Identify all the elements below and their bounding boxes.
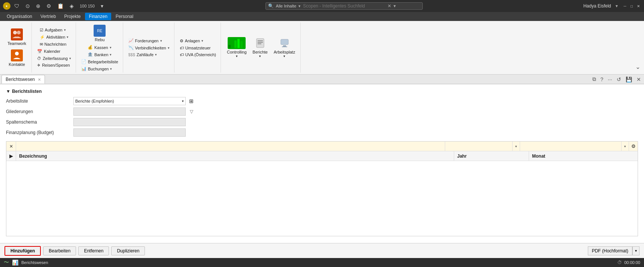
nachrichten-button[interactable]: ✉ Nachrichten (38, 41, 70, 48)
filter-clear-button[interactable]: ✕ (6, 142, 16, 151)
nachrichten-icon: ✉ (40, 42, 43, 47)
maximize-button[interactable]: □ (629, 3, 634, 9)
filter-cell-jahr: ▾ (445, 142, 520, 151)
bearbeiten-button[interactable]: Bearbeiten (43, 246, 76, 255)
zahllauefe-button[interactable]: $$$ Zahlläufe ▾ (127, 52, 171, 58)
umsatzsteuer-button[interactable]: 🏷 Umsatzsteuer (178, 45, 218, 51)
arbeitsliste-settings-icon[interactable]: ⊞ (189, 98, 194, 104)
beleg-rows: 📄 Belegarbeitsliste 📊 Buchungen ▾ (80, 58, 120, 72)
kassen-icon: 💰 (88, 45, 93, 50)
zeiterfassung-button[interactable]: ⏱ Zeiterfassung ▾ (36, 55, 73, 61)
search-clear-icon[interactable]: ✕ (388, 3, 391, 9)
umsatzsteuer-icon: 🏷 (180, 46, 184, 50)
filter-monat-dropdown[interactable]: ▾ (621, 142, 629, 151)
header-jahr[interactable]: Jahr (454, 151, 529, 161)
buchungen-button[interactable]: 📊 Buchungen ▾ (80, 66, 120, 72)
tab-bar: Berichtswesen ✕ ⧉ ? ··· ↺ 💾 ✕ (0, 75, 644, 84)
menu-item-projekte[interactable]: Projekte (60, 13, 84, 20)
close-button[interactable]: ✕ (636, 3, 641, 9)
aktivitaeten-icon: ⚡ (40, 35, 45, 40)
berichtslisten-header[interactable]: ▼ Berichtslisten (6, 89, 638, 94)
anlagen-rows: ⚙ Anlagen ▾ 🏷 Umsatzsteuer 🏷 UVA (Österr… (178, 38, 218, 58)
zahllauefe-icon: $$$ (128, 52, 135, 57)
menu-item-vertrieb[interactable]: Vertrieb (37, 13, 60, 20)
reisen-button[interactable]: ✈ Reisen/Spesen (36, 62, 73, 69)
titlebar-icon-clock[interactable]: ⊕ (34, 2, 42, 10)
banken-button[interactable]: 🏦 Banken ▾ (86, 51, 113, 58)
menu-item-personal[interactable]: Personal (112, 13, 137, 20)
arbeitsplatz-button[interactable]: Arbeitsplatz ▾ (271, 36, 297, 60)
filter-icon[interactable]: ▾ (298, 4, 301, 9)
gliederungen-input[interactable] (73, 107, 186, 116)
berichtslisten-form: Arbeitsliste Berichte (Empfohlen) ▾ ⊞ Gl… (6, 97, 638, 137)
kontakte-button[interactable]: Kontakte (6, 48, 27, 68)
toolbar-expand-button[interactable]: ⌄ (634, 63, 642, 71)
aufgaben-button[interactable]: ☑ Aufgaben ▾ (38, 27, 70, 33)
row-expand-icon: ▶ (9, 154, 13, 159)
berichte-icon (254, 37, 266, 49)
titlebar-icon-circle[interactable]: ⊙ (24, 2, 31, 10)
arbeitsliste-value: Berichte (Empfohlen) (75, 99, 114, 103)
svg-rect-16 (282, 46, 287, 47)
status-clock-icon: ⏱ (617, 260, 622, 265)
search-scope[interactable]: Alle Inhalte (276, 4, 296, 8)
arbeitsliste-dropdown[interactable]: Berichte (Empfohlen) ▾ (73, 97, 186, 105)
filter-cell-bezeichnung[interactable] (16, 142, 445, 151)
filter-row: ✕ ▾ ▾ ⚙ (6, 142, 638, 151)
berichte-button[interactable]: Berichte ▾ (250, 36, 270, 60)
tab-close-button[interactable]: ✕ (635, 76, 643, 83)
kassen-button[interactable]: 💰 Kassen ▾ (86, 44, 113, 51)
titlebar-icon-star[interactable]: ◈ (68, 2, 75, 10)
header-bezeichnung[interactable]: Bezeichnung (16, 151, 454, 161)
buchungen-arrow: ▾ (110, 67, 112, 71)
user-arrow[interactable]: ▾ (616, 3, 618, 9)
verbindlichkeiten-button[interactable]: 📉 Verbindlichkeiten ▾ (127, 45, 171, 51)
rebu-button[interactable]: RE Rebu (90, 23, 109, 43)
titlebar-icon-pct: 100 150 (78, 3, 96, 9)
tab-refresh-button[interactable]: ↺ (615, 76, 623, 83)
tab-more-button[interactable]: ··· (606, 76, 614, 83)
filter-cell-monat: ▾ (520, 142, 629, 151)
pdf-button[interactable]: PDF (Hochformat) (588, 246, 632, 255)
spaltenschema-input[interactable] (73, 118, 186, 126)
search-input[interactable] (303, 3, 385, 9)
menu-item-organisation[interactable]: Organisation (3, 13, 36, 20)
uva-button[interactable]: 🏷 UVA (Österreich) (178, 52, 218, 58)
search-bar: 🔍 Alle Inhalte ▾ ✕ ▾ (265, 2, 423, 10)
titlebar-icon-gear[interactable]: ⚙ (45, 2, 53, 10)
table-settings-button[interactable]: ⚙ (629, 142, 638, 151)
kalender-label: Kalender (44, 49, 60, 54)
anlagen-button[interactable]: ⚙ Anlagen ▾ (178, 38, 218, 44)
menu-item-finanzen[interactable]: Finanzen (85, 13, 111, 20)
minimize-button[interactable]: ─ (622, 3, 628, 9)
belegarbeitsliste-button[interactable]: 📄 Belegarbeitsliste (80, 58, 120, 65)
kalender-button[interactable]: 📅 Kalender (36, 48, 73, 55)
finanzplanung-input[interactable] (73, 128, 186, 137)
duplizieren-button[interactable]: Duplizieren (111, 246, 145, 255)
controlling-button[interactable]: Controlling ▾ (225, 36, 249, 60)
tab-save-button[interactable]: 💾 (624, 76, 634, 83)
teamwork-button[interactable]: Teamwork (5, 27, 28, 47)
titlebar-icon-cal[interactable]: 📋 (56, 2, 65, 10)
entfernen-button[interactable]: Entfernen (78, 246, 109, 255)
filter-jahr-dropdown[interactable]: ▾ (512, 142, 520, 151)
titlebar-icon-shield[interactable]: 🛡 (13, 2, 21, 10)
tab-copy-button[interactable]: ⧉ (591, 75, 598, 83)
gliederungen-filter-icon[interactable]: ▽ (190, 109, 193, 114)
berichte-label: Berichte (253, 50, 268, 54)
forderungen-button[interactable]: 📈 Forderungen ▾ (127, 37, 171, 44)
main-content: ▼ Berichtslisten Arbeitsliste Berichte (… (0, 84, 644, 243)
spaltenschema-label: Spaltenschema (6, 119, 73, 125)
hinzufuegen-button[interactable]: Hinzufügen (4, 246, 41, 256)
tab-berichtswesen[interactable]: Berichtswesen ✕ (1, 75, 45, 84)
search-dropdown-icon[interactable]: ▾ (394, 3, 396, 9)
section-title: Berichtslisten (12, 89, 42, 94)
aktivitaeten-button[interactable]: ⚡ Aktivitäten ▾ (38, 34, 70, 40)
titlebar-icon-arrow[interactable]: ▾ (99, 2, 105, 10)
tab-label: Berichtswesen (6, 77, 35, 82)
kalender-icon: 📅 (37, 49, 42, 54)
tab-help-button[interactable]: ? (599, 76, 605, 83)
tab-close-icon[interactable]: ✕ (38, 78, 41, 82)
pdf-arrow-button[interactable]: ▾ (632, 246, 640, 255)
header-monat[interactable]: Monat (529, 151, 638, 161)
